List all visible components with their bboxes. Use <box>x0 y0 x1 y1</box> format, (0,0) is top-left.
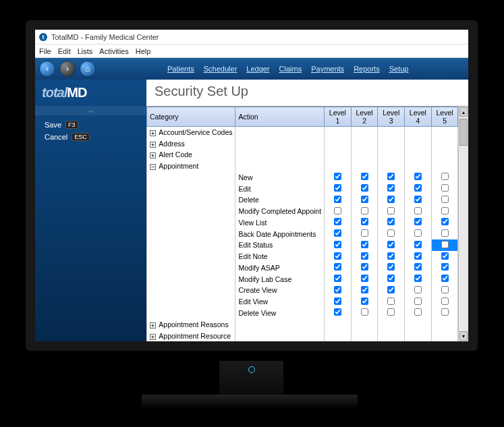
level-checkbox[interactable] <box>334 196 341 203</box>
level-checkbox[interactable] <box>361 218 368 225</box>
nav-back-button[interactable]: ‹ <box>39 61 55 77</box>
toolbar-link-ledger[interactable]: Ledger <box>246 65 269 73</box>
level-checkbox[interactable] <box>414 308 422 316</box>
toolbar-link-setup[interactable]: Setup <box>389 65 409 73</box>
toolbar-link-scheduler[interactable]: Scheduler <box>204 65 237 73</box>
menu-activities[interactable]: Activities <box>99 47 128 55</box>
level-checkbox[interactable] <box>441 308 449 316</box>
col-level2[interactable]: Level 2 <box>351 107 378 127</box>
level-checkbox[interactable] <box>387 286 395 293</box>
col-level5[interactable]: Level 5 <box>431 107 458 127</box>
level-checkbox[interactable] <box>441 196 449 203</box>
level-checkbox[interactable] <box>334 263 341 271</box>
level-checkbox[interactable] <box>414 207 422 215</box>
level-checkbox[interactable] <box>441 286 449 293</box>
cancel-button[interactable]: Cancel ESC <box>45 133 137 141</box>
level-checkbox[interactable] <box>361 308 368 316</box>
level-checkbox[interactable] <box>361 184 368 192</box>
level-checkbox[interactable] <box>334 229 341 237</box>
level-checkbox[interactable] <box>441 207 449 215</box>
toolbar-link-claims[interactable]: Claims <box>279 65 302 73</box>
level-checkbox[interactable] <box>414 252 422 260</box>
save-button[interactable]: Save F3 <box>45 121 137 129</box>
nav-forward-button[interactable]: › <box>59 61 76 77</box>
expand-icon[interactable]: + <box>150 322 156 329</box>
level-checkbox[interactable] <box>361 229 368 237</box>
expand-icon[interactable]: + <box>150 130 156 136</box>
category-row[interactable]: − Appointment <box>147 161 458 172</box>
level-checkbox[interactable] <box>387 263 395 271</box>
level-checkbox[interactable] <box>414 184 422 192</box>
category-row[interactable]: + Appointment Reasons <box>147 318 458 330</box>
expand-icon[interactable]: + <box>150 142 156 148</box>
sidebar-collapse-icon[interactable]: ︿ <box>35 106 146 115</box>
level-checkbox[interactable] <box>334 252 341 260</box>
level-checkbox[interactable] <box>441 263 449 271</box>
level-checkbox[interactable] <box>441 184 449 192</box>
level-checkbox[interactable] <box>334 218 341 225</box>
scroll-up-icon[interactable]: ▴ <box>459 107 468 117</box>
col-category[interactable]: Category <box>147 107 235 127</box>
level-checkbox[interactable] <box>361 286 368 293</box>
level-checkbox[interactable] <box>414 297 422 305</box>
toolbar-link-reports[interactable]: Reports <box>354 65 380 73</box>
level-checkbox[interactable] <box>361 275 368 282</box>
category-row[interactable]: + Alert Code <box>147 149 458 161</box>
category-row[interactable]: + Address <box>147 138 458 149</box>
level-checkbox[interactable] <box>441 241 449 248</box>
scroll-thumb[interactable] <box>459 119 468 146</box>
level-checkbox[interactable] <box>334 275 341 282</box>
level-checkbox[interactable] <box>414 275 422 282</box>
toolbar-link-patients[interactable]: Patients <box>167 65 194 73</box>
level-checkbox[interactable] <box>387 252 395 260</box>
collapse-icon[interactable]: − <box>150 164 156 170</box>
level-checkbox[interactable] <box>441 173 449 180</box>
col-action[interactable]: Action <box>235 107 325 127</box>
level-checkbox[interactable] <box>387 218 395 225</box>
expand-icon[interactable]: + <box>150 152 156 159</box>
level-checkbox[interactable] <box>441 218 449 225</box>
level-checkbox[interactable] <box>387 241 395 248</box>
level-checkbox[interactable] <box>387 229 395 237</box>
level-checkbox[interactable] <box>441 297 449 305</box>
level-checkbox[interactable] <box>414 286 422 293</box>
level-checkbox[interactable] <box>361 196 368 203</box>
level-checkbox[interactable] <box>334 173 341 180</box>
level-checkbox[interactable] <box>414 196 422 203</box>
nav-home-button[interactable]: ⌂ <box>80 61 96 77</box>
expand-icon[interactable]: + <box>150 334 156 340</box>
level-checkbox[interactable] <box>334 241 341 248</box>
toolbar-link-payments[interactable]: Payments <box>311 65 344 73</box>
menu-edit[interactable]: Edit <box>58 47 71 55</box>
level-checkbox[interactable] <box>441 229 449 237</box>
level-checkbox[interactable] <box>387 297 395 305</box>
menu-file[interactable]: File <box>39 47 51 55</box>
level-checkbox[interactable] <box>441 275 449 282</box>
col-level1[interactable]: Level 1 <box>325 107 352 127</box>
level-checkbox[interactable] <box>387 173 395 180</box>
scroll-down-icon[interactable]: ▾ <box>459 331 468 341</box>
col-level4[interactable]: Level 4 <box>405 107 432 127</box>
level-checkbox[interactable] <box>387 184 395 192</box>
level-checkbox[interactable] <box>334 207 341 215</box>
level-checkbox[interactable] <box>361 207 368 215</box>
level-checkbox[interactable] <box>334 297 341 305</box>
vertical-scrollbar[interactable]: ▴ ▾ <box>458 107 468 341</box>
level-checkbox[interactable] <box>361 297 368 305</box>
level-checkbox[interactable] <box>414 173 422 180</box>
level-checkbox[interactable] <box>361 241 368 248</box>
level-checkbox[interactable] <box>387 308 395 316</box>
level-checkbox[interactable] <box>441 252 449 260</box>
level-checkbox[interactable] <box>414 263 422 271</box>
level-checkbox[interactable] <box>387 275 395 282</box>
level-checkbox[interactable] <box>361 263 368 271</box>
level-checkbox[interactable] <box>387 196 395 203</box>
category-row[interactable]: + Appointment Resource <box>147 330 458 341</box>
category-row[interactable]: + Account/Service Codes <box>147 127 458 138</box>
col-level3[interactable]: Level 3 <box>378 107 405 127</box>
level-checkbox[interactable] <box>334 286 341 293</box>
level-checkbox[interactable] <box>414 218 422 225</box>
level-checkbox[interactable] <box>334 184 341 192</box>
menu-lists[interactable]: Lists <box>78 47 93 55</box>
level-checkbox[interactable] <box>387 207 395 215</box>
